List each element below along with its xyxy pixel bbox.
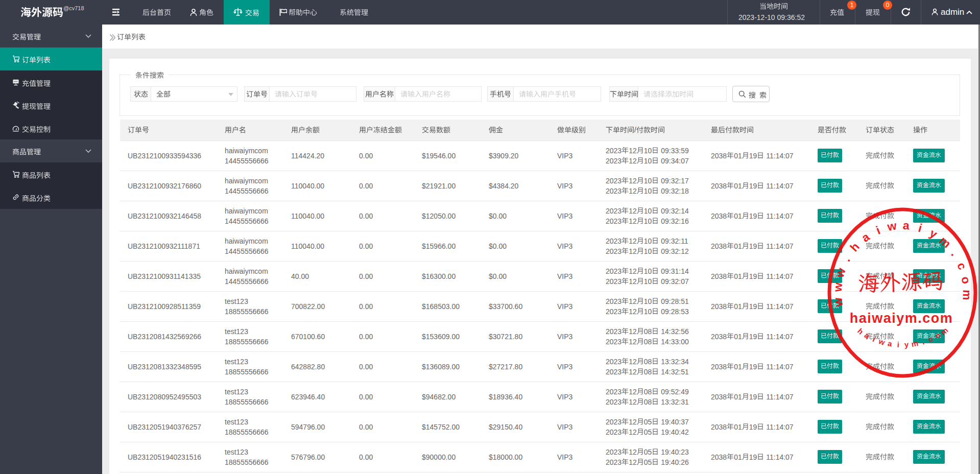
svg-text:h: h xyxy=(847,240,862,254)
svg-text:a: a xyxy=(902,219,910,232)
svg-text:m: m xyxy=(939,326,949,337)
svg-text:a: a xyxy=(887,339,893,348)
svg-text:y: y xyxy=(927,226,940,241)
svg-text:y: y xyxy=(904,340,909,349)
svg-text:haiwaiym.com: haiwaiym.com xyxy=(850,311,953,326)
svg-text:i: i xyxy=(917,221,923,235)
svg-text:a: a xyxy=(863,330,872,340)
svg-text:i: i xyxy=(897,340,899,349)
svg-text:w: w xyxy=(831,282,845,293)
svg-text:m: m xyxy=(937,233,954,250)
svg-text:i: i xyxy=(874,223,882,237)
svg-text:.: . xyxy=(920,337,925,346)
svg-text:c: c xyxy=(927,334,935,344)
svg-text:w: w xyxy=(877,337,887,347)
svg-text:c: c xyxy=(954,260,969,272)
svg-text:w: w xyxy=(831,297,845,308)
svg-text:w: w xyxy=(832,266,848,279)
svg-text:m: m xyxy=(961,290,974,300)
svg-text:i: i xyxy=(871,335,877,343)
svg-text:w: w xyxy=(886,219,897,233)
svg-text:h: h xyxy=(856,326,865,336)
svg-text:.: . xyxy=(840,254,853,264)
svg-text:.: . xyxy=(948,248,961,258)
svg-text:a: a xyxy=(859,230,872,245)
svg-text:m: m xyxy=(911,339,919,348)
svg-text:o: o xyxy=(959,275,973,285)
